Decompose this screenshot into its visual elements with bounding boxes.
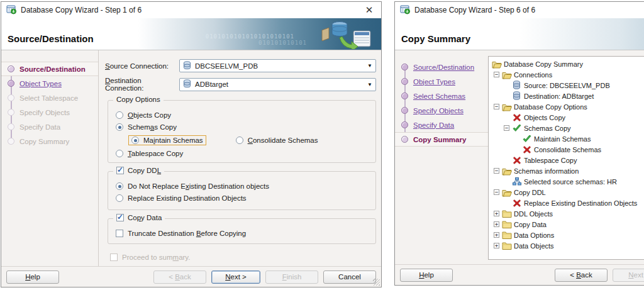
step-node-icon [401,64,408,70]
wizard-step-object-types[interactable]: Object Types [1,76,98,91]
source-connection-label: Source Connection: [105,62,179,70]
collapse-icon[interactable]: − [494,168,499,174]
back-button[interactable]: < Back [555,269,608,282]
collapse-icon[interactable]: − [494,189,499,195]
wizard-step-specify-data[interactable]: Specify Data [395,118,488,132]
folder-open-icon [501,103,512,111]
wizard-banner: Source/Destination 010101010101010101010… [1,18,381,50]
maintain-schemas-option[interactable]: Maintain Schemas [128,135,206,145]
binary-decoration: 010101010101 [258,40,307,46]
schemas-copy-label: Schemas Copy [128,123,177,131]
truncate-option[interactable]: Truncate Destination Before Copying [116,230,370,237]
tree-node-consolidate-schemas[interactable]: Consolidate Schemas [490,144,644,155]
expand-icon[interactable]: + [494,232,499,238]
source-connection-value: DBCSEELVM_PDB [195,62,258,70]
collapse-icon[interactable]: − [494,72,499,77]
step-label[interactable]: Object Types [19,80,62,87]
tree-node-label: Maintain Schemas [534,135,591,143]
step-label[interactable]: Select Schemas [413,92,465,100]
tree-node-schemas-information[interactable]: −Schemas information [490,165,644,176]
tree-node-data-objects[interactable]: +Data Objects [490,240,644,251]
tree-node-copy-data[interactable]: +Copy Data [490,219,644,230]
wizard-banner: Copy Summary 010101 [395,18,644,50]
wizard-step-specify-data: Specify Data [1,120,98,134]
copy-summary-tree: Database Copy Summary−ConnectionsSource:… [488,56,644,260]
resize-grip[interactable] [373,279,380,286]
tree-node-connections[interactable]: −Connections [490,69,644,80]
tree-node-ddl-objects[interactable]: +DDL Objects [490,208,644,219]
tree-node-schemas-copy[interactable]: −Schemas Copy [490,123,644,133]
radio-icon[interactable] [131,137,139,144]
wizard-step-copy-summary: Copy Summary [1,134,98,148]
tablespace-copy-option[interactable]: Tablespace Copy [116,150,370,157]
step-label[interactable]: Source/Destination [413,64,474,71]
wizard-step-select-schemas[interactable]: Select Schemas [395,89,488,103]
objects-copy-option[interactable]: Objects Copy [116,111,370,119]
tree-node-label: Schemas information [514,167,579,175]
tree-node-data-options[interactable]: +Data Options [490,230,644,240]
source-connection-select[interactable]: DBCSEELVM_PDB ▼ [179,59,376,72]
tree-node-destination-adbtarget[interactable]: Destination: ADBtarget [490,91,644,101]
step-label[interactable]: Specify Objects [413,107,464,114]
radio-icon[interactable] [116,194,123,202]
tree-node-database-copy-summary[interactable]: Database Copy Summary [490,59,644,69]
tree-node-database-copy-options[interactable]: −Database Copy Options [490,101,644,112]
red-x-icon [511,114,522,121]
destination-connection-value: ADBtarget [195,81,228,88]
tree-node-selected-source-schemas-hr[interactable]: Selected source schemas: HR [490,176,644,187]
tree-node-replace-existing-destination-objects[interactable]: Replace Existing Destination Objects [490,198,644,208]
radio-icon[interactable] [236,137,243,144]
radio-icon[interactable] [116,123,123,131]
copy-data-label: Copy Data [128,214,162,221]
wizard-dialog-step1: Database Copy Wizard - Step 1 of 6 ✕ Sou… [1,1,382,287]
wizard-step-object-types[interactable]: Object Types [395,74,488,89]
truncate-checkbox[interactable] [116,230,123,237]
help-button[interactable]: Help [400,269,453,282]
collapse-icon[interactable]: − [504,125,509,131]
no-replace-option[interactable]: Do Not Replace Existing Destination obje… [116,182,370,190]
wizard-step-specify-objects[interactable]: Specify Objects [395,103,488,118]
radio-icon[interactable] [116,111,123,119]
copy-ddl-checkbox[interactable] [116,167,124,174]
tree-node-label: Consolidate Schemas [534,146,601,153]
step-label: Copy Summary [413,136,466,143]
maintain-schemas-label: Maintain Schemas [143,137,203,144]
radio-icon[interactable] [116,150,123,157]
replace-option[interactable]: Replace Existing Destination Objects [116,194,370,202]
wizard-step-source-destination[interactable]: Source/Destination [395,60,488,74]
schemas-copy-option[interactable]: Schemas Copy [116,123,370,131]
next-button[interactable]: Next > [211,270,260,284]
step-node-icon [401,121,408,128]
step-label: Source/Destination [19,65,86,73]
tree-node-source-dbcseelvm-pdb[interactable]: Source: DBCSEELVM_PDB [490,80,644,91]
step-label: Specify Data [19,123,60,131]
step-label[interactable]: Object Types [413,78,455,86]
cancel-button[interactable]: Cancel [323,270,376,284]
step-label[interactable]: Specify Data [413,121,454,129]
destination-connection-select[interactable]: ADBtarget ▼ [179,78,376,91]
copy-data-checkbox[interactable] [116,214,124,221]
tree-node-maintain-schemas[interactable]: Maintain Schemas [490,133,644,144]
radio-icon[interactable] [116,182,123,190]
tree-node-objects-copy[interactable]: Objects Copy [490,112,644,123]
copy-data-group: Copy Data Truncate Destination Before Co… [108,218,376,244]
expand-icon[interactable]: + [494,243,499,248]
wizard-step-copy-summary: Copy Summary [395,132,488,147]
red-x-icon [511,157,522,164]
source-destination-form: Source Connection: DBCSEELVM_PDB ▼ Desti… [99,50,381,266]
schema-icon [511,177,522,186]
tree-node-label: Database Copy Options [514,103,587,111]
collapse-icon[interactable]: − [494,104,499,109]
consolidate-schemas-option[interactable]: Consolidate Schemas [236,137,318,144]
truncate-label: Truncate Destination Before Copying [128,230,246,237]
red-x-icon [521,146,532,153]
help-button[interactable]: Help [6,270,59,284]
expand-icon[interactable]: + [494,221,499,227]
close-icon[interactable]: ✕ [362,3,376,17]
tree-node-copy-ddl[interactable]: −Copy DDL [490,187,644,198]
app-icon [6,4,16,16]
tree-node-tablespace-copy[interactable]: Tablespace Copy [490,155,644,165]
expand-icon[interactable]: + [494,211,499,216]
folder-open-icon [501,188,512,197]
step-node-icon [8,123,14,130]
